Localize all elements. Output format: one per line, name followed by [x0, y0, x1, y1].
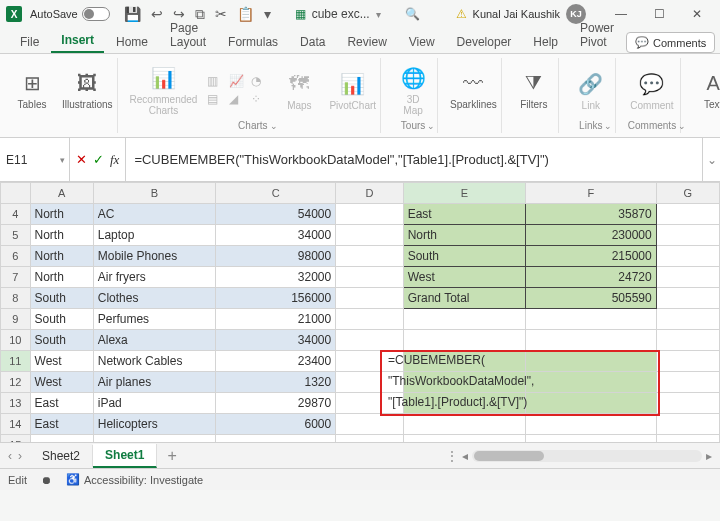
- cell[interactable]: 98000: [216, 246, 336, 267]
- cell[interactable]: [656, 288, 719, 309]
- cell[interactable]: [656, 330, 719, 351]
- cell[interactable]: [656, 351, 719, 372]
- cell[interactable]: South: [30, 330, 93, 351]
- cell[interactable]: Mobile Phones: [93, 246, 215, 267]
- chevron-down-icon[interactable]: ▾: [376, 9, 381, 20]
- cell[interactable]: 23400: [216, 351, 336, 372]
- cell[interactable]: North: [30, 246, 93, 267]
- tab-file[interactable]: File: [10, 31, 49, 53]
- illustrations-button[interactable]: 🖼Illustrations: [62, 69, 113, 110]
- toggle-off-icon[interactable]: [82, 7, 110, 21]
- tab-page-layout[interactable]: Page Layout: [160, 17, 216, 53]
- accessibility-status[interactable]: ♿ Accessibility: Investigate: [66, 473, 203, 486]
- tab-help[interactable]: Help: [523, 31, 568, 53]
- cell[interactable]: [336, 414, 403, 435]
- sheet-nav-arrows[interactable]: ‹›: [0, 449, 30, 463]
- cell[interactable]: [336, 267, 403, 288]
- cell[interactable]: [93, 435, 215, 443]
- scrollbar-thumb[interactable]: [474, 451, 544, 461]
- paste-icon[interactable]: 📋: [237, 6, 254, 23]
- user-account[interactable]: ⚠ Kunal Jai Kaushik KJ: [456, 4, 586, 24]
- cell[interactable]: [336, 225, 403, 246]
- cell[interactable]: [403, 435, 525, 443]
- cell[interactable]: [336, 309, 403, 330]
- cell[interactable]: 29870: [216, 393, 336, 414]
- cell[interactable]: South: [30, 288, 93, 309]
- cell[interactable]: [656, 267, 719, 288]
- formula-bar-expand-icon[interactable]: ⌄: [702, 138, 720, 181]
- new-sheet-button[interactable]: +: [157, 447, 186, 465]
- row-header[interactable]: 10: [1, 330, 31, 351]
- cell[interactable]: East: [403, 204, 525, 225]
- cell[interactable]: 505590: [525, 288, 656, 309]
- cell[interactable]: East: [30, 414, 93, 435]
- cell[interactable]: 24720: [525, 267, 656, 288]
- close-button[interactable]: ✕: [680, 3, 714, 25]
- cell[interactable]: [656, 393, 719, 414]
- row-header[interactable]: 12: [1, 372, 31, 393]
- col-header-E[interactable]: E: [403, 183, 525, 204]
- cell[interactable]: [30, 435, 93, 443]
- row-header[interactable]: 4: [1, 204, 31, 225]
- cell[interactable]: Grand Total: [403, 288, 525, 309]
- cell[interactable]: [216, 435, 336, 443]
- cell[interactable]: Helicopters: [93, 414, 215, 435]
- cell[interactable]: 6000: [216, 414, 336, 435]
- enter-formula-icon[interactable]: ✓: [93, 152, 104, 167]
- cell[interactable]: 156000: [216, 288, 336, 309]
- scroll-divider-icon[interactable]: ⋮: [446, 449, 458, 463]
- sheet-tab-sheet2[interactable]: Sheet2: [30, 445, 93, 467]
- row-header[interactable]: 11: [1, 351, 31, 372]
- cell[interactable]: West: [30, 372, 93, 393]
- select-all-corner[interactable]: [1, 183, 31, 204]
- tab-developer[interactable]: Developer: [447, 31, 522, 53]
- row-header[interactable]: 7: [1, 267, 31, 288]
- cell[interactable]: [403, 309, 525, 330]
- autosave-toggle[interactable]: AutoSave: [30, 7, 110, 21]
- worksheet-grid[interactable]: A B C D E F G 4NorthAC54000East358705Nor…: [0, 182, 720, 442]
- col-header-F[interactable]: F: [525, 183, 656, 204]
- cell[interactable]: [336, 288, 403, 309]
- cell[interactable]: [525, 309, 656, 330]
- cell[interactable]: 35870: [525, 204, 656, 225]
- row-header[interactable]: 6: [1, 246, 31, 267]
- cell[interactable]: East: [30, 393, 93, 414]
- sheet-next-icon[interactable]: ›: [18, 449, 22, 463]
- cell[interactable]: South: [30, 309, 93, 330]
- formula-input[interactable]: =CUBEMEMBER("ThisWorkbookDataModel","[Ta…: [126, 138, 702, 181]
- cell[interactable]: 215000: [525, 246, 656, 267]
- row-header[interactable]: 5: [1, 225, 31, 246]
- horizontal-scrollbar[interactable]: [472, 450, 702, 462]
- text-button[interactable]: AText: [693, 69, 720, 110]
- cell[interactable]: [336, 246, 403, 267]
- tab-home[interactable]: Home: [106, 31, 158, 53]
- name-box[interactable]: E11: [0, 138, 70, 181]
- col-header-A[interactable]: A: [30, 183, 93, 204]
- filters-button[interactable]: ⧩Filters: [514, 69, 554, 110]
- cell[interactable]: 34000: [216, 225, 336, 246]
- cell[interactable]: Laptop: [93, 225, 215, 246]
- scroll-left-icon[interactable]: ◂: [462, 449, 468, 463]
- cell[interactable]: [656, 225, 719, 246]
- cell[interactable]: Clothes: [93, 288, 215, 309]
- tab-formulas[interactable]: Formulas: [218, 31, 288, 53]
- cell[interactable]: iPad: [93, 393, 215, 414]
- cell[interactable]: [403, 414, 525, 435]
- sheet-prev-icon[interactable]: ‹: [8, 449, 12, 463]
- col-header-D[interactable]: D: [336, 183, 403, 204]
- cell[interactable]: Perfumes: [93, 309, 215, 330]
- cell[interactable]: [656, 246, 719, 267]
- row-header[interactable]: 14: [1, 414, 31, 435]
- maximize-button[interactable]: ☐: [642, 3, 676, 25]
- sparklines-button[interactable]: 〰Sparklines: [450, 69, 497, 110]
- cell[interactable]: [656, 372, 719, 393]
- cell[interactable]: 1320: [216, 372, 336, 393]
- save-icon[interactable]: 💾: [124, 6, 141, 23]
- row-header[interactable]: 13: [1, 393, 31, 414]
- cell[interactable]: Network Cables: [93, 351, 215, 372]
- cell[interactable]: [525, 414, 656, 435]
- row-header[interactable]: 8: [1, 288, 31, 309]
- tab-review[interactable]: Review: [337, 31, 396, 53]
- tab-view[interactable]: View: [399, 31, 445, 53]
- cell[interactable]: North: [30, 267, 93, 288]
